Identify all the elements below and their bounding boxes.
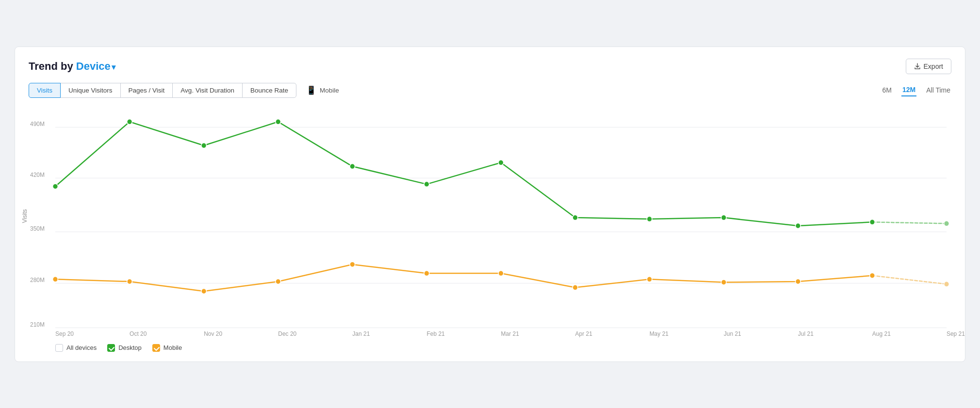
legend-mobile[interactable]: Mobile: [152, 344, 182, 352]
legend-all-devices[interactable]: All devices: [55, 344, 97, 352]
desktop-dot-oct20: [127, 119, 132, 124]
time-12m-button[interactable]: 12M: [901, 84, 916, 96]
legend-desktop-check: [108, 345, 115, 352]
trend-card: Trend by Device▾ Export Visits Unique Vi…: [15, 47, 965, 362]
y-label-210: 210M: [30, 321, 45, 328]
mobile-dot-dec20: [276, 279, 281, 284]
desktop-dot-apr21: [572, 215, 578, 220]
page-title: Trend by Device▾: [29, 60, 115, 73]
mobile-line-dashed: [872, 275, 947, 284]
device-label: Mobile: [320, 87, 339, 94]
y-label-280: 280M: [30, 277, 45, 283]
mobile-dot-jan21: [350, 262, 355, 267]
metric-tabs: Visits Unique Visitors Pages / Visit Avg…: [29, 83, 296, 98]
legend-desktop-label: Desktop: [118, 344, 142, 351]
legend-desktop-box: [107, 344, 115, 352]
chart-svg: [55, 105, 947, 328]
mobile-dot-feb21: [424, 270, 429, 276]
export-label: Export: [924, 63, 943, 70]
export-button[interactable]: Export: [906, 59, 951, 74]
time-range-selector: 6M 12M All Time: [882, 84, 951, 96]
desktop-line-dashed: [872, 222, 947, 223]
time-all-button[interactable]: All Time: [925, 84, 951, 96]
legend-row: All devices Desktop Mobile: [55, 344, 951, 352]
mobile-dot-jun21: [721, 280, 726, 285]
mobile-device-icon: 📱: [306, 85, 316, 95]
export-icon: [914, 63, 921, 70]
desktop-dot-mar21: [498, 160, 504, 165]
title-prefix: Trend by: [29, 60, 76, 72]
desktop-dot-feb21: [424, 181, 429, 187]
mobile-dot-oct20: [127, 279, 132, 284]
mobile-dot-may21: [647, 276, 652, 282]
desktop-dot-dec20: [276, 119, 281, 124]
device-filter[interactable]: 📱 Mobile: [306, 85, 339, 95]
desktop-dot-jul21: [795, 223, 800, 228]
y-label-490: 490M: [30, 121, 45, 127]
tabs-row: Visits Unique Visitors Pages / Visit Avg…: [29, 83, 951, 98]
y-label-350: 350M: [30, 225, 45, 232]
desktop-dot-sep20: [53, 184, 58, 189]
desktop-line-solid: [55, 122, 872, 226]
chart-area: Visits 490M 420M 350M 280M 210M: [29, 105, 951, 328]
grid-line-210: 210M: [55, 328, 947, 328]
chevron-down-icon[interactable]: ▾: [112, 63, 115, 71]
header-row: Trend by Device▾ Export: [29, 59, 951, 74]
tab-pages-per-visit[interactable]: Pages / Visit: [120, 83, 173, 98]
legend-all-devices-box: [55, 344, 63, 352]
legend-mobile-box: [152, 344, 160, 352]
title-highlight: Device: [76, 60, 111, 72]
legend-mobile-label: Mobile: [163, 344, 182, 351]
mobile-line-solid: [55, 264, 872, 291]
mobile-dot-sep20: [53, 276, 58, 282]
desktop-dot-nov20: [201, 142, 207, 148]
desktop-dot-aug21: [870, 219, 875, 224]
legend-all-devices-label: All devices: [66, 344, 97, 351]
tab-unique-visitors[interactable]: Unique Visitors: [60, 83, 121, 98]
y-label-420: 420M: [30, 172, 45, 178]
tabs-and-filter: Visits Unique Visitors Pages / Visit Avg…: [29, 83, 339, 98]
desktop-dot-sep21: [944, 220, 949, 226]
mobile-dot-nov20: [201, 288, 207, 294]
legend-desktop[interactable]: Desktop: [107, 344, 142, 352]
mobile-dot-mar21: [498, 270, 504, 276]
time-6m-button[interactable]: 6M: [882, 84, 893, 96]
mobile-dot-aug21: [870, 273, 875, 278]
desktop-dot-jan21: [350, 163, 355, 169]
chart-inner: 490M 420M 350M 280M 210M: [55, 105, 947, 328]
legend-mobile-check: [153, 345, 161, 352]
tab-avg-visit-duration[interactable]: Avg. Visit Duration: [172, 83, 243, 98]
mobile-dot-apr21: [572, 284, 578, 290]
tab-visits[interactable]: Visits: [29, 83, 61, 98]
y-axis-label: Visits: [21, 209, 28, 222]
mobile-dot-jul21: [795, 279, 800, 284]
mobile-dot-sep21: [944, 281, 949, 286]
tab-bounce-rate[interactable]: Bounce Rate: [242, 83, 296, 98]
desktop-dot-may21: [647, 216, 652, 221]
desktop-dot-jun21: [721, 215, 726, 220]
x-axis-labels: Sep 20 Oct 20 Nov 20 Dec 20 Jan 21 Feb 2…: [55, 330, 947, 337]
